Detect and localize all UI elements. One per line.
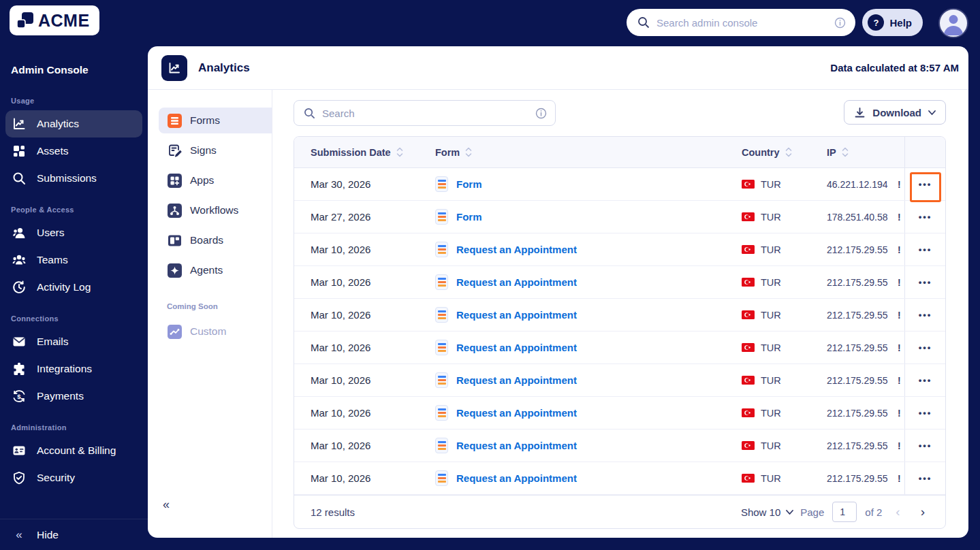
country-code: TUR bbox=[761, 408, 781, 419]
form-doc-icon bbox=[435, 470, 448, 486]
product-nav-apps[interactable]: Apps bbox=[159, 167, 272, 193]
product-nav-workflows[interactable]: Workflows bbox=[159, 197, 272, 223]
help-button[interactable]: ? Help bbox=[862, 9, 923, 36]
acme-logo[interactable]: ACME bbox=[10, 5, 99, 35]
sidebar-item-label: Activity Log bbox=[37, 281, 91, 293]
row-actions-button[interactable]: ••• bbox=[913, 240, 938, 259]
form-doc-icon bbox=[435, 274, 448, 290]
form-link[interactable]: Request an Appointment bbox=[456, 244, 577, 255]
product-nav-boards[interactable]: Boards bbox=[159, 227, 272, 253]
help-label: Help bbox=[889, 17, 912, 29]
submission-date-cell: Mar 10, 2026 bbox=[294, 407, 435, 419]
product-nav-signs[interactable]: Signs bbox=[159, 138, 272, 163]
form-link[interactable]: Request an Appointment bbox=[456, 374, 577, 386]
account-billing-icon bbox=[11, 442, 27, 459]
column-header-ip[interactable]: IP bbox=[827, 147, 898, 158]
section-label-people-access: People & Access bbox=[5, 192, 142, 219]
form-cell: Form bbox=[435, 176, 742, 192]
page-number-input[interactable] bbox=[832, 502, 857, 522]
page-label: Page bbox=[800, 506, 824, 518]
turkey-flag-icon bbox=[742, 310, 755, 319]
page-title: Analytics bbox=[198, 61, 250, 75]
show-per-page-select[interactable]: Show 10 bbox=[741, 506, 793, 518]
admin-search-bar[interactable] bbox=[627, 9, 855, 36]
sidebar-item-analytics[interactable]: Analytics bbox=[5, 110, 142, 138]
previous-page-button[interactable]: ‹ bbox=[889, 504, 906, 519]
row-actions-button[interactable]: ••• bbox=[913, 273, 938, 291]
sidebar-item-label: Teams bbox=[37, 254, 68, 266]
sidebar-item-assets[interactable]: Assets bbox=[5, 138, 142, 165]
form-link[interactable]: Request an Appointment bbox=[456, 472, 577, 484]
agents-icon bbox=[167, 263, 182, 278]
row-actions-button[interactable]: ••• bbox=[913, 404, 938, 422]
product-nav-custom[interactable]: Custom bbox=[159, 319, 272, 344]
row-actions-button[interactable]: ••• bbox=[913, 469, 938, 487]
table-row: Mar 10, 2026 Request an Appointment TUR … bbox=[294, 331, 945, 364]
row-actions-button[interactable]: ••• bbox=[913, 371, 938, 389]
info-icon[interactable] bbox=[535, 108, 547, 119]
column-header-submission-date[interactable]: Submission Date bbox=[294, 147, 435, 158]
turkey-flag-icon bbox=[742, 245, 755, 254]
column-header-form[interactable]: Form bbox=[435, 147, 742, 158]
list-search-bar[interactable] bbox=[294, 100, 556, 126]
turkey-flag-icon bbox=[742, 474, 755, 483]
admin-sidebar: Admin Console Usage Analytics Assets Sub… bbox=[0, 46, 148, 550]
svg-text:$: $ bbox=[17, 393, 21, 400]
sort-icon bbox=[785, 147, 792, 157]
form-link[interactable]: Request an Appointment bbox=[456, 309, 577, 321]
product-nav-forms[interactable]: Forms bbox=[159, 108, 272, 133]
form-doc-icon bbox=[435, 372, 448, 388]
sidebar-item-teams[interactable]: Teams bbox=[5, 246, 142, 274]
row-actions-button[interactable]: ••• bbox=[913, 436, 938, 455]
download-button[interactable]: Download bbox=[844, 100, 946, 125]
ip-cell: 212.175.29.55 bbox=[827, 375, 898, 386]
form-link[interactable]: Form bbox=[456, 178, 482, 190]
sort-icon bbox=[396, 147, 403, 157]
row-actions-button[interactable]: ••• bbox=[913, 208, 938, 226]
actions-cell: ••• bbox=[904, 299, 945, 331]
next-page-button[interactable]: › bbox=[914, 504, 932, 519]
sidebar-item-users[interactable]: Users bbox=[5, 219, 142, 246]
hide-sidebar-button[interactable]: « Hide bbox=[0, 519, 148, 550]
sidebar-item-payments[interactable]: $ Payments bbox=[5, 383, 142, 410]
sidebar-item-submissions[interactable]: Submissions bbox=[5, 165, 142, 192]
form-cell: Request an Appointment bbox=[435, 438, 742, 453]
product-nav-label: Agents bbox=[190, 264, 223, 276]
form-link[interactable]: Form bbox=[456, 211, 482, 223]
security-shield-icon bbox=[11, 470, 27, 486]
product-nav-agents[interactable]: Agents bbox=[159, 257, 272, 283]
form-link[interactable]: Request an Appointment bbox=[456, 276, 577, 288]
list-search-input[interactable] bbox=[322, 108, 535, 119]
submissions-content: Download Submission Date Form bbox=[272, 90, 968, 538]
sidebar-item-label: Integrations bbox=[37, 363, 92, 375]
caret-down-icon bbox=[928, 110, 936, 115]
clipped-cell: ! bbox=[898, 212, 904, 223]
country-code: TUR bbox=[761, 342, 781, 353]
admin-search-input[interactable] bbox=[657, 17, 834, 29]
sidebar-item-integrations[interactable]: Integrations bbox=[5, 355, 142, 383]
column-header-country[interactable]: Country bbox=[742, 147, 827, 158]
sort-icon bbox=[465, 147, 472, 157]
topbar: ACME ? Help bbox=[0, 0, 980, 46]
search-info-icon[interactable] bbox=[834, 17, 846, 29]
sidebar-item-security[interactable]: Security bbox=[5, 464, 142, 491]
sidebar-item-emails[interactable]: Emails bbox=[5, 328, 142, 355]
submission-date-cell: Mar 10, 2026 bbox=[294, 244, 435, 255]
sidebar-item-activity-log[interactable]: Activity Log bbox=[5, 274, 142, 301]
turkey-flag-icon bbox=[742, 343, 755, 352]
row-actions-button[interactable]: ••• bbox=[913, 175, 938, 193]
product-nav: Forms Signs Apps Workflows bbox=[148, 90, 272, 538]
data-calculated-text: Data calculated at 8:57 AM bbox=[830, 62, 959, 74]
sidebar-item-label: Account & Billing bbox=[37, 444, 116, 457]
row-actions-button[interactable]: ••• bbox=[913, 306, 938, 324]
sidebar-item-account-billing[interactable]: Account & Billing bbox=[5, 437, 142, 464]
user-avatar[interactable] bbox=[938, 8, 968, 38]
row-actions-button[interactable]: ••• bbox=[913, 338, 938, 357]
collapse-product-nav-button[interactable]: « bbox=[163, 498, 170, 512]
form-link[interactable]: Request an Appointment bbox=[456, 440, 577, 451]
form-link[interactable]: Request an Appointment bbox=[456, 342, 577, 353]
form-link[interactable]: Request an Appointment bbox=[456, 407, 577, 419]
ip-cell: 212.175.29.55 bbox=[827, 244, 898, 255]
section-label-usage: Usage bbox=[5, 83, 142, 110]
table-row: Mar 10, 2026 Request an Appointment TUR … bbox=[294, 397, 945, 430]
